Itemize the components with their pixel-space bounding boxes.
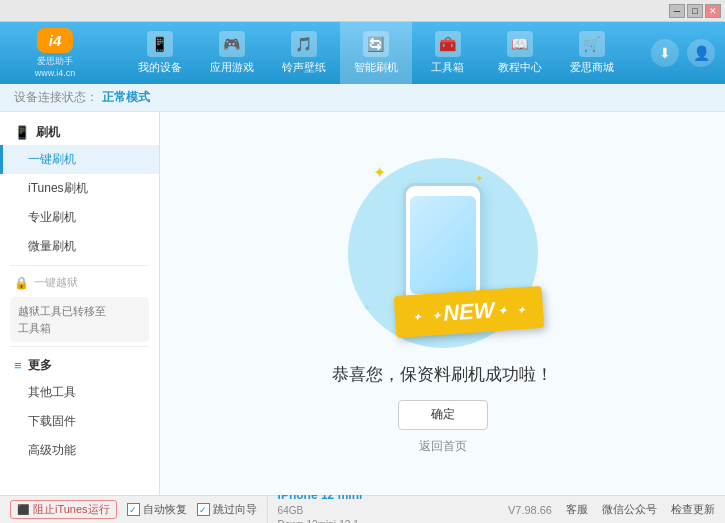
- toolbox-icon: 🧰: [435, 31, 461, 57]
- sidebar-section-jailbreak: 🔒 一键越狱: [0, 270, 159, 293]
- close-button[interactable]: ✕: [705, 4, 721, 18]
- sparkle-2: ✦: [475, 173, 483, 184]
- header-right: ⬇ 👤: [651, 39, 715, 67]
- minimize-button[interactable]: ─: [669, 4, 685, 18]
- sidebar: 📱 刷机 一键刷机 iTunes刷机 专业刷机 微量刷机 🔒 一键越狱 越狱工具…: [0, 112, 160, 495]
- tutorial-icon: 📖: [507, 31, 533, 57]
- phone-illustration: ✦NEW✦ ✦ ✦ ✦: [343, 153, 543, 353]
- nav-item-ringtones[interactable]: 🎵 铃声壁纸: [268, 22, 340, 84]
- auto-connect-checkbox[interactable]: 自动恢复: [127, 502, 187, 517]
- logo-text: 爱思助手: [37, 55, 73, 68]
- auto-connect-label: 自动恢复: [143, 502, 187, 517]
- bottom-right: V7.98.66 客服 微信公众号 检查更新: [508, 502, 715, 517]
- user-icon[interactable]: 👤: [687, 39, 715, 67]
- bottom-bar: ⬛ 阻止iTunes运行 自动恢复 跳过向导 iPhone 12 mini 64…: [0, 495, 725, 523]
- download-icon[interactable]: ⬇: [651, 39, 679, 67]
- status-value: 正常模式: [102, 89, 150, 106]
- sidebar-item-one-click-flash[interactable]: 一键刷机: [0, 145, 159, 174]
- back-link[interactable]: 返回首页: [419, 438, 467, 455]
- nav-item-my-device[interactable]: 📱 我的设备: [124, 22, 196, 84]
- nav-bar: 📱 我的设备 🎮 应用游戏 🎵 铃声壁纸 🔄 智能刷机 🧰 工具箱 📖 教程中心…: [100, 22, 651, 84]
- flash-section-title: 刷机: [36, 124, 60, 141]
- flash-section-icon: 📱: [14, 125, 30, 140]
- sidebar-item-pro-flash[interactable]: 专业刷机: [0, 203, 159, 232]
- sidebar-section-flash: 📱 刷机: [0, 118, 159, 145]
- jailbreak-section-title: 一键越狱: [34, 275, 78, 290]
- tutorial-label: 教程中心: [498, 60, 542, 75]
- more-section-title: 更多: [28, 357, 52, 374]
- restore-button[interactable]: □: [687, 4, 703, 18]
- sidebar-item-download-firmware[interactable]: 下载固件: [0, 407, 159, 436]
- logo-char: i4: [49, 32, 62, 49]
- sidebar-jailbreak-info: 越狱工具已转移至工具箱: [10, 297, 149, 342]
- stop-itunes-label: 阻止iTunes运行: [33, 502, 110, 517]
- success-text: 恭喜您，保资料刷机成功啦！: [332, 363, 553, 386]
- store-icon: 🛒: [579, 31, 605, 57]
- sidebar-item-micro-flash[interactable]: 微量刷机: [0, 232, 159, 261]
- logo-url: www.i4.cn: [35, 68, 76, 78]
- smart-flash-icon: 🔄: [363, 31, 389, 57]
- nav-item-store[interactable]: 🛒 爱思商城: [556, 22, 628, 84]
- store-label: 爱思商城: [570, 60, 614, 75]
- sidebar-item-itunes-flash[interactable]: iTunes刷机: [0, 174, 159, 203]
- device-storage: 64GB: [278, 504, 363, 518]
- logo-icon: i4: [37, 28, 73, 53]
- phone-screen: [410, 196, 476, 294]
- my-device-icon: 📱: [147, 31, 173, 57]
- more-section-icon: ≡: [14, 358, 22, 373]
- sidebar-divider-1: [10, 265, 149, 266]
- version-text: V7.98.66: [508, 504, 552, 516]
- status-bar: 设备连接状态： 正常模式: [0, 84, 725, 112]
- stop-itunes-icon: ⬛: [17, 504, 29, 515]
- sidebar-item-advanced[interactable]: 高级功能: [0, 436, 159, 465]
- check-update-link[interactable]: 检查更新: [671, 502, 715, 517]
- skip-wizard-label: 跳过向导: [213, 502, 257, 517]
- apps-games-icon: 🎮: [219, 31, 245, 57]
- sidebar-item-other-tools[interactable]: 其他工具: [0, 378, 159, 407]
- skip-wizard-checkbox[interactable]: 跳过向导: [197, 502, 257, 517]
- device-model: Down-12mini-13,1: [278, 518, 363, 523]
- nav-item-smart-flash[interactable]: 🔄 智能刷机: [340, 22, 412, 84]
- smart-flash-label: 智能刷机: [354, 60, 398, 75]
- auto-connect-check-box: [127, 503, 140, 516]
- ringtones-label: 铃声壁纸: [282, 60, 326, 75]
- toolbox-label: 工具箱: [431, 60, 464, 75]
- sidebar-divider-2: [10, 346, 149, 347]
- confirm-button[interactable]: 确定: [398, 400, 488, 430]
- status-label: 设备连接状态：: [14, 89, 98, 106]
- nav-item-tutorial[interactable]: 📖 教程中心: [484, 22, 556, 84]
- ringtones-icon: 🎵: [291, 31, 317, 57]
- main-area: 📱 刷机 一键刷机 iTunes刷机 专业刷机 微量刷机 🔒 一键越狱 越狱工具…: [0, 112, 725, 495]
- app-header: i4 爱思助手 www.i4.cn 📱 我的设备 🎮 应用游戏 🎵 铃声壁纸 🔄…: [0, 22, 725, 84]
- title-bar: ─ □ ✕: [0, 0, 725, 22]
- sidebar-section-more: ≡ 更多: [0, 351, 159, 378]
- skip-wizard-check-box: [197, 503, 210, 516]
- nav-item-toolbox[interactable]: 🧰 工具箱: [412, 22, 484, 84]
- sparkle-1: ✦: [373, 163, 386, 182]
- wechat-public-link[interactable]: 微信公众号: [602, 502, 657, 517]
- jailbreak-lock-icon: 🔒: [14, 276, 29, 290]
- my-device-label: 我的设备: [138, 60, 182, 75]
- sparkle-3: ✦: [363, 302, 371, 313]
- apps-games-label: 应用游戏: [210, 60, 254, 75]
- nav-item-apps-games[interactable]: 🎮 应用游戏: [196, 22, 268, 84]
- content-area: ✦NEW✦ ✦ ✦ ✦ 恭喜您，保资料刷机成功啦！ 确定 返回首页: [160, 112, 725, 495]
- stop-itunes-button[interactable]: ⬛ 阻止iTunes运行: [10, 500, 117, 519]
- app-logo: i4 爱思助手 www.i4.cn: [10, 28, 100, 78]
- customer-service-link[interactable]: 客服: [566, 502, 588, 517]
